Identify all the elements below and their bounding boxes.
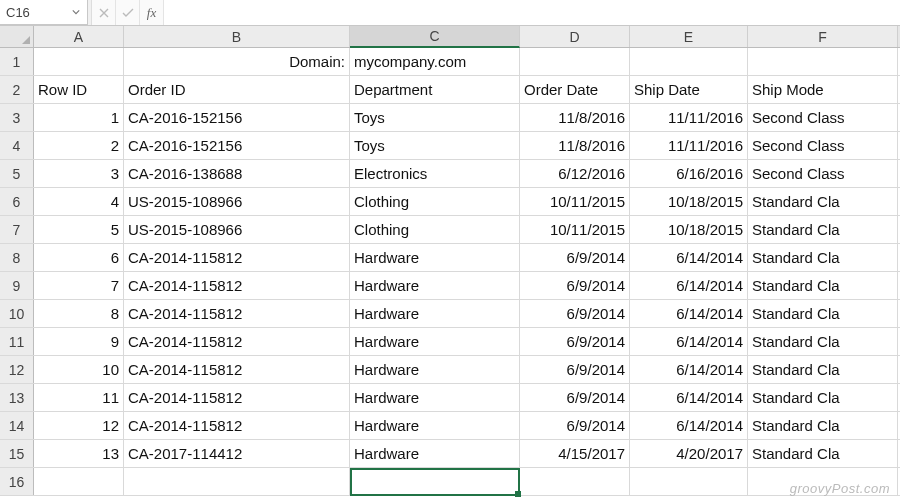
cell-shipdate[interactable]: 4/20/2017 xyxy=(630,440,748,467)
cell-rowid[interactable]: 2 xyxy=(34,132,124,159)
row-header[interactable]: 7 xyxy=(0,216,34,243)
column-header-C[interactable]: C xyxy=(350,26,520,48)
chevron-down-icon[interactable] xyxy=(71,7,81,17)
cell-shipdate[interactable]: 6/14/2014 xyxy=(630,244,748,271)
cell-department[interactable]: Hardware xyxy=(350,412,520,439)
cell-shipmode[interactable]: Standard Cla xyxy=(748,188,898,215)
cell-department[interactable]: Clothing xyxy=(350,216,520,243)
cell-orderid[interactable]: CA-2014-115812 xyxy=(124,356,350,383)
cell-department[interactable]: Electronics xyxy=(350,160,520,187)
row-header[interactable]: 9 xyxy=(0,272,34,299)
cell-orderdate[interactable]: 6/9/2014 xyxy=(520,272,630,299)
cell[interactable] xyxy=(630,468,748,495)
row-header[interactable]: 8 xyxy=(0,244,34,271)
cell-shipmode[interactable]: Standard Cla xyxy=(748,216,898,243)
header-cell-shipdate[interactable]: Ship Date xyxy=(630,76,748,103)
cell-orderdate[interactable]: 10/11/2015 xyxy=(520,188,630,215)
row-header[interactable]: 5 xyxy=(0,160,34,187)
cell-shipdate[interactable]: 10/18/2015 xyxy=(630,216,748,243)
cell-shipmode[interactable]: Standard Cla xyxy=(748,356,898,383)
cell[interactable] xyxy=(520,468,630,495)
header-cell-rowid[interactable]: Row ID xyxy=(34,76,124,103)
cell-shipmode[interactable]: Standard Cla xyxy=(748,300,898,327)
cell[interactable] xyxy=(34,48,124,75)
cell-shipdate[interactable]: 6/14/2014 xyxy=(630,300,748,327)
cell-orderdate[interactable]: 6/9/2014 xyxy=(520,384,630,411)
cell-shipdate[interactable]: 6/14/2014 xyxy=(630,272,748,299)
cell-rowid[interactable]: 5 xyxy=(34,216,124,243)
row-header[interactable]: 14 xyxy=(0,412,34,439)
cell-department[interactable]: Hardware xyxy=(350,384,520,411)
row-header[interactable]: 10 xyxy=(0,300,34,327)
cell[interactable] xyxy=(630,48,748,75)
header-cell-orderid[interactable]: Order ID xyxy=(124,76,350,103)
row-header[interactable]: 11 xyxy=(0,328,34,355)
cell-orderid[interactable]: US-2015-108966 xyxy=(124,188,350,215)
header-cell-orderdate[interactable]: Order Date xyxy=(520,76,630,103)
cell-department[interactable]: Hardware xyxy=(350,356,520,383)
row-header[interactable]: 1 xyxy=(0,48,34,75)
domain-label-cell[interactable]: Domain: xyxy=(124,48,350,75)
row-header[interactable]: 13 xyxy=(0,384,34,411)
row-header[interactable]: 2 xyxy=(0,76,34,103)
cell-rowid[interactable]: 9 xyxy=(34,328,124,355)
row-header[interactable]: 4 xyxy=(0,132,34,159)
cell-rowid[interactable]: 11 xyxy=(34,384,124,411)
cell[interactable] xyxy=(350,468,520,495)
cell-shipmode[interactable]: Second Class xyxy=(748,132,898,159)
formula-input[interactable] xyxy=(164,0,900,25)
cell-rowid[interactable]: 13 xyxy=(34,440,124,467)
cell-orderdate[interactable]: 4/15/2017 xyxy=(520,440,630,467)
cell[interactable] xyxy=(748,48,898,75)
select-all-corner[interactable] xyxy=(0,26,34,47)
cell-orderid[interactable]: CA-2014-115812 xyxy=(124,384,350,411)
cell-orderid[interactable]: CA-2014-115812 xyxy=(124,244,350,271)
row-header[interactable]: 6 xyxy=(0,188,34,215)
cell-shipdate[interactable]: 6/14/2014 xyxy=(630,384,748,411)
row-header[interactable]: 16 xyxy=(0,468,34,495)
cell-shipmode[interactable]: Second Class xyxy=(748,104,898,131)
cell-rowid[interactable]: 12 xyxy=(34,412,124,439)
cell-orderdate[interactable]: 6/9/2014 xyxy=(520,328,630,355)
cell-orderid[interactable]: CA-2016-138688 xyxy=(124,160,350,187)
cell-rowid[interactable]: 4 xyxy=(34,188,124,215)
cell-orderid[interactable]: US-2015-108966 xyxy=(124,216,350,243)
cell-shipmode[interactable]: Second Class xyxy=(748,160,898,187)
cancel-formula-button[interactable] xyxy=(92,0,116,25)
cell-orderid[interactable]: CA-2014-115812 xyxy=(124,412,350,439)
cell-orderid[interactable]: CA-2016-152156 xyxy=(124,132,350,159)
cell-orderdate[interactable]: 6/9/2014 xyxy=(520,244,630,271)
column-header-E[interactable]: E xyxy=(630,26,748,47)
name-box[interactable]: C16 xyxy=(0,0,88,25)
cell-orderdate[interactable]: 11/8/2016 xyxy=(520,132,630,159)
row-header[interactable]: 3 xyxy=(0,104,34,131)
cell-orderid[interactable]: CA-2016-152156 xyxy=(124,104,350,131)
cell-shipmode[interactable]: Standard Cla xyxy=(748,440,898,467)
row-header[interactable]: 15 xyxy=(0,440,34,467)
cell-shipmode[interactable]: Standard Cla xyxy=(748,244,898,271)
column-header-F[interactable]: F xyxy=(748,26,898,47)
accept-formula-button[interactable] xyxy=(116,0,140,25)
cell-orderdate[interactable]: 6/12/2016 xyxy=(520,160,630,187)
cell-orderid[interactable]: CA-2017-114412 xyxy=(124,440,350,467)
row-header[interactable]: 12 xyxy=(0,356,34,383)
cell-orderdate[interactable]: 11/8/2016 xyxy=(520,104,630,131)
domain-value-cell[interactable]: mycompany.com xyxy=(350,48,520,75)
header-cell-department[interactable]: Department xyxy=(350,76,520,103)
cell-orderid[interactable]: CA-2014-115812 xyxy=(124,328,350,355)
cell-orderdate[interactable]: 6/9/2014 xyxy=(520,356,630,383)
cell-department[interactable]: Hardware xyxy=(350,328,520,355)
cell-orderdate[interactable]: 6/9/2014 xyxy=(520,300,630,327)
column-header-A[interactable]: A xyxy=(34,26,124,47)
cell-department[interactable]: Clothing xyxy=(350,188,520,215)
cell-rowid[interactable]: 6 xyxy=(34,244,124,271)
cell[interactable] xyxy=(124,468,350,495)
cell-shipmode[interactable]: Standard Cla xyxy=(748,328,898,355)
cell-shipdate[interactable]: 6/14/2014 xyxy=(630,328,748,355)
cell[interactable] xyxy=(520,48,630,75)
cell-rowid[interactable]: 1 xyxy=(34,104,124,131)
cell-shipdate[interactable]: 11/11/2016 xyxy=(630,132,748,159)
cell[interactable] xyxy=(34,468,124,495)
cell-rowid[interactable]: 10 xyxy=(34,356,124,383)
cell-department[interactable]: Toys xyxy=(350,104,520,131)
